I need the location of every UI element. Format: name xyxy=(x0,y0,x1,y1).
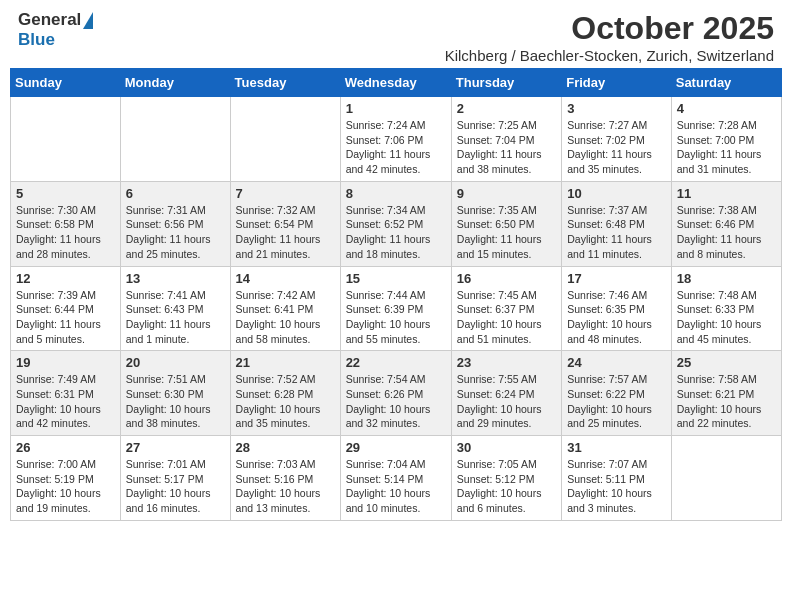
day-number: 3 xyxy=(567,101,666,116)
day-info: Sunrise: 7:42 AM Sunset: 6:41 PM Dayligh… xyxy=(236,288,335,347)
day-info: Sunrise: 7:00 AM Sunset: 5:19 PM Dayligh… xyxy=(16,457,115,516)
col-sunday: Sunday xyxy=(11,69,121,97)
day-number: 11 xyxy=(677,186,776,201)
day-info: Sunrise: 7:39 AM Sunset: 6:44 PM Dayligh… xyxy=(16,288,115,347)
day-number: 30 xyxy=(457,440,556,455)
table-row: 11Sunrise: 7:38 AM Sunset: 6:46 PM Dayli… xyxy=(671,181,781,266)
table-row: 24Sunrise: 7:57 AM Sunset: 6:22 PM Dayli… xyxy=(562,351,672,436)
logo-triangle-icon xyxy=(83,12,93,29)
table-row: 6Sunrise: 7:31 AM Sunset: 6:56 PM Daylig… xyxy=(120,181,230,266)
day-info: Sunrise: 7:48 AM Sunset: 6:33 PM Dayligh… xyxy=(677,288,776,347)
day-info: Sunrise: 7:58 AM Sunset: 6:21 PM Dayligh… xyxy=(677,372,776,431)
table-row: 3Sunrise: 7:27 AM Sunset: 7:02 PM Daylig… xyxy=(562,97,672,182)
calendar-week-row: 19Sunrise: 7:49 AM Sunset: 6:31 PM Dayli… xyxy=(11,351,782,436)
title-block: October 2025 Kilchberg / Baechler-Stocke… xyxy=(445,10,774,64)
calendar-week-row: 1Sunrise: 7:24 AM Sunset: 7:06 PM Daylig… xyxy=(11,97,782,182)
day-number: 15 xyxy=(346,271,446,286)
day-info: Sunrise: 7:24 AM Sunset: 7:06 PM Dayligh… xyxy=(346,118,446,177)
logo: General Blue xyxy=(18,10,93,50)
table-row: 23Sunrise: 7:55 AM Sunset: 6:24 PM Dayli… xyxy=(451,351,561,436)
day-info: Sunrise: 7:54 AM Sunset: 6:26 PM Dayligh… xyxy=(346,372,446,431)
table-row: 27Sunrise: 7:01 AM Sunset: 5:17 PM Dayli… xyxy=(120,436,230,521)
day-number: 5 xyxy=(16,186,115,201)
table-row: 14Sunrise: 7:42 AM Sunset: 6:41 PM Dayli… xyxy=(230,266,340,351)
table-row: 28Sunrise: 7:03 AM Sunset: 5:16 PM Dayli… xyxy=(230,436,340,521)
day-number: 10 xyxy=(567,186,666,201)
day-info: Sunrise: 7:52 AM Sunset: 6:28 PM Dayligh… xyxy=(236,372,335,431)
calendar-week-row: 12Sunrise: 7:39 AM Sunset: 6:44 PM Dayli… xyxy=(11,266,782,351)
col-thursday: Thursday xyxy=(451,69,561,97)
day-info: Sunrise: 7:49 AM Sunset: 6:31 PM Dayligh… xyxy=(16,372,115,431)
table-row: 20Sunrise: 7:51 AM Sunset: 6:30 PM Dayli… xyxy=(120,351,230,436)
table-row: 7Sunrise: 7:32 AM Sunset: 6:54 PM Daylig… xyxy=(230,181,340,266)
table-row: 25Sunrise: 7:58 AM Sunset: 6:21 PM Dayli… xyxy=(671,351,781,436)
table-row: 13Sunrise: 7:41 AM Sunset: 6:43 PM Dayli… xyxy=(120,266,230,351)
day-info: Sunrise: 7:05 AM Sunset: 5:12 PM Dayligh… xyxy=(457,457,556,516)
day-info: Sunrise: 7:28 AM Sunset: 7:00 PM Dayligh… xyxy=(677,118,776,177)
day-number: 9 xyxy=(457,186,556,201)
calendar-subtitle: Kilchberg / Baechler-Stocken, Zurich, Sw… xyxy=(445,47,774,64)
day-number: 28 xyxy=(236,440,335,455)
day-number: 24 xyxy=(567,355,666,370)
table-row: 17Sunrise: 7:46 AM Sunset: 6:35 PM Dayli… xyxy=(562,266,672,351)
calendar-week-row: 26Sunrise: 7:00 AM Sunset: 5:19 PM Dayli… xyxy=(11,436,782,521)
day-info: Sunrise: 7:44 AM Sunset: 6:39 PM Dayligh… xyxy=(346,288,446,347)
table-row: 10Sunrise: 7:37 AM Sunset: 6:48 PM Dayli… xyxy=(562,181,672,266)
day-number: 4 xyxy=(677,101,776,116)
day-number: 1 xyxy=(346,101,446,116)
day-info: Sunrise: 7:45 AM Sunset: 6:37 PM Dayligh… xyxy=(457,288,556,347)
table-row: 19Sunrise: 7:49 AM Sunset: 6:31 PM Dayli… xyxy=(11,351,121,436)
day-number: 12 xyxy=(16,271,115,286)
day-number: 21 xyxy=(236,355,335,370)
day-number: 16 xyxy=(457,271,556,286)
day-info: Sunrise: 7:30 AM Sunset: 6:58 PM Dayligh… xyxy=(16,203,115,262)
day-info: Sunrise: 7:04 AM Sunset: 5:14 PM Dayligh… xyxy=(346,457,446,516)
table-row xyxy=(230,97,340,182)
col-friday: Friday xyxy=(562,69,672,97)
day-number: 13 xyxy=(126,271,225,286)
day-info: Sunrise: 7:41 AM Sunset: 6:43 PM Dayligh… xyxy=(126,288,225,347)
table-row: 5Sunrise: 7:30 AM Sunset: 6:58 PM Daylig… xyxy=(11,181,121,266)
table-row: 30Sunrise: 7:05 AM Sunset: 5:12 PM Dayli… xyxy=(451,436,561,521)
day-number: 26 xyxy=(16,440,115,455)
table-row: 4Sunrise: 7:28 AM Sunset: 7:00 PM Daylig… xyxy=(671,97,781,182)
day-info: Sunrise: 7:03 AM Sunset: 5:16 PM Dayligh… xyxy=(236,457,335,516)
day-number: 7 xyxy=(236,186,335,201)
table-row xyxy=(671,436,781,521)
day-info: Sunrise: 7:25 AM Sunset: 7:04 PM Dayligh… xyxy=(457,118,556,177)
day-info: Sunrise: 7:31 AM Sunset: 6:56 PM Dayligh… xyxy=(126,203,225,262)
day-number: 6 xyxy=(126,186,225,201)
table-row: 12Sunrise: 7:39 AM Sunset: 6:44 PM Dayli… xyxy=(11,266,121,351)
day-number: 25 xyxy=(677,355,776,370)
day-info: Sunrise: 7:07 AM Sunset: 5:11 PM Dayligh… xyxy=(567,457,666,516)
table-row: 29Sunrise: 7:04 AM Sunset: 5:14 PM Dayli… xyxy=(340,436,451,521)
day-number: 2 xyxy=(457,101,556,116)
day-number: 8 xyxy=(346,186,446,201)
day-info: Sunrise: 7:51 AM Sunset: 6:30 PM Dayligh… xyxy=(126,372,225,431)
day-info: Sunrise: 7:55 AM Sunset: 6:24 PM Dayligh… xyxy=(457,372,556,431)
day-number: 29 xyxy=(346,440,446,455)
table-row: 2Sunrise: 7:25 AM Sunset: 7:04 PM Daylig… xyxy=(451,97,561,182)
day-number: 14 xyxy=(236,271,335,286)
day-number: 31 xyxy=(567,440,666,455)
col-wednesday: Wednesday xyxy=(340,69,451,97)
day-info: Sunrise: 7:38 AM Sunset: 6:46 PM Dayligh… xyxy=(677,203,776,262)
calendar-title: October 2025 xyxy=(445,10,774,47)
page-header: General Blue October 2025 Kilchberg / Ba… xyxy=(10,10,782,64)
day-number: 27 xyxy=(126,440,225,455)
logo-general-text: General xyxy=(18,10,81,30)
table-row: 31Sunrise: 7:07 AM Sunset: 5:11 PM Dayli… xyxy=(562,436,672,521)
table-row: 16Sunrise: 7:45 AM Sunset: 6:37 PM Dayli… xyxy=(451,266,561,351)
day-info: Sunrise: 7:57 AM Sunset: 6:22 PM Dayligh… xyxy=(567,372,666,431)
col-monday: Monday xyxy=(120,69,230,97)
day-number: 20 xyxy=(126,355,225,370)
calendar-week-row: 5Sunrise: 7:30 AM Sunset: 6:58 PM Daylig… xyxy=(11,181,782,266)
day-info: Sunrise: 7:46 AM Sunset: 6:35 PM Dayligh… xyxy=(567,288,666,347)
day-info: Sunrise: 7:35 AM Sunset: 6:50 PM Dayligh… xyxy=(457,203,556,262)
table-row: 1Sunrise: 7:24 AM Sunset: 7:06 PM Daylig… xyxy=(340,97,451,182)
day-number: 19 xyxy=(16,355,115,370)
table-row: 15Sunrise: 7:44 AM Sunset: 6:39 PM Dayli… xyxy=(340,266,451,351)
day-info: Sunrise: 7:01 AM Sunset: 5:17 PM Dayligh… xyxy=(126,457,225,516)
table-row: 9Sunrise: 7:35 AM Sunset: 6:50 PM Daylig… xyxy=(451,181,561,266)
day-number: 23 xyxy=(457,355,556,370)
